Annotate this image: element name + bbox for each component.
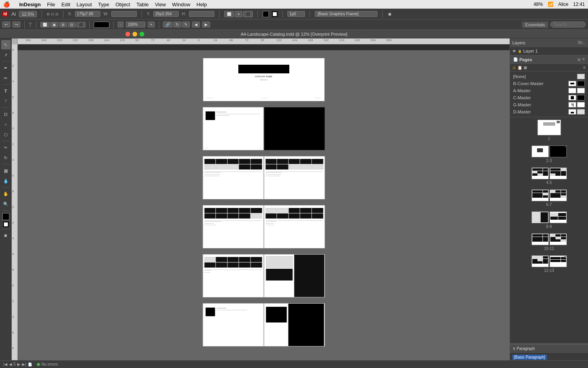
page-navigation[interactable]: |◀ ◀ 5 ▶ ▶| 📄 xyxy=(3,362,32,366)
layers-panel-header: Layers Str... xyxy=(510,38,588,47)
zoom-input[interactable] xyxy=(126,22,145,27)
prev-page-btn[interactable]: ◀ xyxy=(192,22,200,27)
preview-mode-btn[interactable]: ▣ xyxy=(1,231,11,240)
h-input[interactable] xyxy=(189,11,214,17)
eyedropper-tool[interactable]: 💧 xyxy=(1,176,11,186)
stroke-color-box[interactable] xyxy=(272,11,278,17)
redo-btn[interactable]: ↪ xyxy=(13,22,20,27)
x-input[interactable] xyxy=(75,11,100,17)
view-btn1[interactable]: ⬜ xyxy=(40,22,49,27)
minimize-btn-yellow[interactable] xyxy=(132,32,137,36)
fill-color-box[interactable] xyxy=(263,11,269,17)
zoom-out-btn[interactable]: - xyxy=(118,22,123,27)
canvas-area[interactable]: CATALOG NAME SEASON 2024 catalog info he… xyxy=(18,50,510,368)
spread-thumb-6-7: 6-7 xyxy=(512,189,586,207)
master-b-cover[interactable]: B-Cover-Master xyxy=(510,80,588,87)
table-menu[interactable]: Table xyxy=(136,2,149,7)
scissors-tool[interactable]: ✂ xyxy=(1,143,11,152)
pages-panel-menu-btn[interactable]: ≡ xyxy=(577,56,581,63)
first-page-btn[interactable]: |◀ xyxy=(3,362,7,366)
view-btn3[interactable]: ⊞ xyxy=(59,22,67,27)
type-menu[interactable]: Type xyxy=(98,2,109,7)
master-a[interactable]: A-Master xyxy=(510,87,588,94)
layout-menu[interactable]: Layout xyxy=(76,2,92,7)
page-thumb-13: G xyxy=(550,255,567,267)
T-icon: T xyxy=(29,22,32,28)
fill-box-tool[interactable] xyxy=(2,213,9,220)
refresh-btn[interactable]: ↻ xyxy=(173,22,181,27)
page-nav-mode-btn[interactable]: 📄 xyxy=(28,363,32,366)
apple-menu[interactable]: 🍎 xyxy=(3,1,10,7)
pages-title: Pages xyxy=(519,57,532,62)
ellipse-frame-tool[interactable]: ○ xyxy=(1,120,11,129)
stroke-box-tool[interactable] xyxy=(3,222,9,227)
help-menu[interactable]: Help xyxy=(196,2,207,7)
align-left-btn[interactable]: ⬜ xyxy=(224,11,234,17)
pencil-tool[interactable]: ✏ xyxy=(1,73,11,83)
master-c[interactable]: C-Master xyxy=(510,94,588,101)
view-btn5[interactable]: ⬛ xyxy=(76,22,85,27)
align-center-btn[interactable]: ≡ xyxy=(235,11,242,17)
align-right-btn[interactable]: ⬛ xyxy=(243,11,253,17)
pages-panel-close-btn[interactable]: × xyxy=(582,56,585,63)
pages-document-icon[interactable]: 📋 xyxy=(517,66,522,70)
pages-arrange-icon[interactable]: ⊞ xyxy=(524,66,527,70)
spread-label-8-9: 8-9 xyxy=(546,224,552,229)
rectangle-frame-tool[interactable]: ⊡ xyxy=(1,109,11,119)
next-page-btn[interactable]: ▶ xyxy=(17,362,20,366)
next-page-btn[interactable]: ▶ xyxy=(202,22,210,27)
w-input[interactable] xyxy=(111,11,137,17)
close-btn-red[interactable] xyxy=(125,32,130,36)
rotate-tool[interactable]: ↻ xyxy=(1,153,11,162)
undo-btn[interactable]: ↩ xyxy=(2,22,10,27)
stroke-color-btn[interactable] xyxy=(94,22,109,28)
zoom-tool[interactable]: 🔍 xyxy=(1,199,11,209)
y-input[interactable] xyxy=(153,11,179,17)
maximize-btn-green[interactable] xyxy=(140,32,144,36)
essentials-label[interactable]: Essentials xyxy=(522,22,548,28)
selection-tool[interactable]: ↖ xyxy=(1,40,11,49)
view-btn2[interactable]: ▣ xyxy=(50,22,58,27)
time-display: 12:41 xyxy=(573,2,585,7)
file-menu[interactable]: File xyxy=(47,2,55,7)
layer-lock-icon[interactable]: 🔒 xyxy=(518,49,522,53)
window-menu[interactable]: Window xyxy=(172,2,190,7)
document-title: A4-Landscape-Catalog.indd @ 12% [Overpri… xyxy=(241,32,347,36)
object-menu[interactable]: Object xyxy=(116,2,131,7)
stroke-weight-input[interactable] xyxy=(287,11,305,17)
page-thumb-3: X xyxy=(550,146,567,157)
type-tool[interactable]: T xyxy=(1,86,11,96)
layer-1-label: Layer 1 xyxy=(523,49,538,53)
spread-thumb-4-5: 4-5 xyxy=(512,168,586,185)
page-thumb-12 xyxy=(532,255,549,267)
master-d[interactable]: D-Master xyxy=(510,108,588,115)
view-btn4[interactable]: ⊟ xyxy=(68,22,76,27)
direct-select-tool[interactable]: ↗ xyxy=(1,50,11,60)
polygon-frame-tool[interactable]: ⬡ xyxy=(1,130,11,139)
pages-panel-options[interactable]: ≡ xyxy=(583,65,586,70)
gradient-tool[interactable]: ▦ xyxy=(1,166,11,175)
master-none[interactable]: [None] xyxy=(510,73,588,80)
indesign-menu[interactable]: InDesign xyxy=(19,2,41,7)
frame-style-input[interactable] xyxy=(315,11,377,17)
pen-tool[interactable]: ✒ xyxy=(1,63,11,73)
text-frame-tool[interactable]: ⊤ xyxy=(1,97,11,106)
layer-visibility-icon[interactable]: 👁 xyxy=(512,49,516,53)
link-btn[interactable]: 🔗 xyxy=(163,22,172,27)
hand-tool[interactable]: ✋ xyxy=(1,189,11,199)
last-page-btn[interactable]: ▶| xyxy=(22,362,26,366)
toolbar-separator-1 xyxy=(42,11,42,18)
ruler-left: 0 2 4 6 8 0 2 4 6 8 0 2 4 6 8 0 2 xyxy=(12,44,18,368)
zoom-in-btn[interactable]: + xyxy=(148,22,155,27)
edit-menu[interactable]: Edit xyxy=(62,2,70,7)
search-input[interactable] xyxy=(550,22,586,27)
basic-paragraph-item[interactable]: [Basic Paragraph] xyxy=(512,354,586,360)
view-menu[interactable]: View xyxy=(155,2,166,7)
star-icon[interactable]: ★ xyxy=(387,11,392,17)
edit-btn[interactable]: ✎ xyxy=(182,22,190,27)
master-g[interactable]: G-Master xyxy=(510,101,588,108)
page-thumbnails[interactable]: G 1 O X xyxy=(510,117,588,343)
transform-icon2: ⊡ xyxy=(51,12,54,16)
zoom-control[interactable]: 12.5% xyxy=(19,11,36,17)
prev-page-btn[interactable]: ◀ xyxy=(9,362,12,366)
